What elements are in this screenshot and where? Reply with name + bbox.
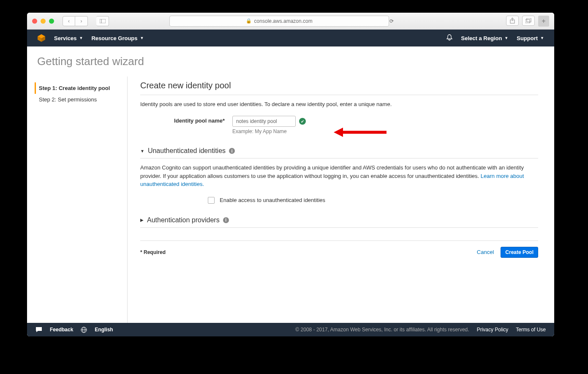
tabs-button[interactable] [522, 16, 535, 26]
globe-icon [81, 327, 87, 333]
pool-name-row: Identity pool name* ✔ [140, 116, 538, 127]
main-heading: Create new identity pool [140, 81, 538, 90]
caret-down-icon: ▼ [504, 36, 508, 40]
url-bar[interactable]: 🔒 console.aws.amazon.com ⟳ [169, 16, 389, 27]
new-tab-button[interactable]: + [538, 16, 549, 27]
auth-providers-header[interactable]: ▶ Authentication providers i [140, 216, 538, 224]
create-pool-button[interactable]: Create Pool [501, 247, 538, 258]
region-label: Select a Region [461, 35, 502, 41]
pool-name-input[interactable] [232, 116, 296, 127]
resource-groups-menu[interactable]: Resource Groups ▼ [91, 35, 144, 41]
privacy-link[interactable]: Privacy Policy [477, 327, 509, 333]
triangle-down-icon: ▼ [140, 149, 144, 153]
sidebar-toggle-group [96, 16, 109, 26]
enable-unauth-label: Enable access to unauthenticated identit… [220, 197, 325, 203]
browser-window: ‹ › 🔒 console.aws.amazon.com ⟳ + [27, 13, 554, 336]
titlebar-right: + [506, 16, 549, 27]
feedback-link[interactable]: Feedback [50, 327, 73, 333]
auth-providers-title: Authentication providers [147, 216, 220, 224]
svg-rect-0 [100, 19, 106, 23]
copyright-text: © 2008 - 2017, Amazon Web Services, Inc.… [295, 327, 469, 333]
svg-rect-4 [525, 19, 530, 23]
pool-name-example: Example: My App Name [232, 128, 538, 134]
caret-down-icon: ▼ [540, 36, 544, 40]
unauthenticated-section: ▼ Unauthenticated identities i Amazon Co… [140, 147, 538, 204]
sidebar-toggle-button[interactable] [96, 16, 109, 26]
main-panel: Create new identity pool Identity pools … [128, 76, 551, 323]
forward-button[interactable]: › [75, 16, 88, 26]
browser-titlebar: ‹ › 🔒 console.aws.amazon.com ⟳ + [27, 13, 554, 30]
wizard-step-1[interactable]: Step 1: Create identity pool [35, 82, 127, 94]
required-note: * Required [140, 249, 166, 255]
caret-down-icon: ▼ [79, 36, 83, 40]
window-controls [32, 19, 54, 24]
info-icon[interactable]: i [223, 217, 229, 223]
checkmark-icon: ✔ [299, 118, 306, 125]
unauth-body-text: Amazon Cognito can support unauthenticat… [140, 164, 524, 179]
reload-icon[interactable]: ⟳ [389, 18, 394, 24]
lock-icon: 🔒 [246, 18, 252, 24]
aws-topnav: Services ▼ Resource Groups ▼ Select a Re… [27, 30, 554, 46]
close-window-button[interactable] [32, 19, 37, 24]
cancel-button[interactable]: Cancel [477, 249, 494, 255]
auth-providers-section: ▶ Authentication providers i [140, 216, 538, 228]
divider [140, 95, 538, 95]
page-title: Getting started wizard [27, 46, 554, 76]
maximize-window-button[interactable] [49, 19, 54, 24]
notifications-icon[interactable] [446, 34, 453, 42]
url-text: console.aws.amazon.com [254, 18, 313, 24]
back-button[interactable]: ‹ [63, 16, 75, 26]
enable-unauth-row: Enable access to unauthenticated identit… [208, 197, 538, 204]
svg-rect-5 [527, 18, 531, 22]
resource-groups-label: Resource Groups [91, 35, 137, 41]
region-selector[interactable]: Select a Region ▼ [461, 35, 509, 41]
terms-link[interactable]: Terms of Use [516, 327, 546, 333]
speech-bubble-icon [35, 327, 42, 333]
services-label: Services [54, 35, 77, 41]
enable-unauth-checkbox[interactable] [208, 197, 215, 204]
support-label: Support [517, 35, 538, 41]
nav-buttons: ‹ › [63, 16, 88, 26]
services-menu[interactable]: Services ▼ [54, 35, 83, 41]
intro-text: Identity pools are used to store end use… [140, 101, 538, 107]
page-body: Step 1: Create identity pool Step 2: Set… [27, 76, 554, 323]
unauthenticated-header[interactable]: ▼ Unauthenticated identities i [140, 147, 538, 155]
unauthenticated-body: Amazon Cognito can support unauthenticat… [140, 158, 538, 204]
triangle-right-icon: ▶ [140, 218, 144, 222]
unauthenticated-title: Unauthenticated identities [148, 147, 226, 155]
footer-bar: Feedback English © 2008 - 2017, Amazon W… [27, 323, 554, 336]
caret-down-icon: ▼ [140, 36, 144, 40]
action-row: * Required Cancel Create Pool [140, 240, 538, 258]
info-icon[interactable]: i [229, 148, 235, 154]
support-menu[interactable]: Support ▼ [517, 35, 544, 41]
wizard-steps-sidebar: Step 1: Create identity pool Step 2: Set… [30, 76, 128, 323]
pool-name-label: Identity pool name* [140, 116, 225, 124]
aws-logo-icon[interactable] [37, 34, 46, 42]
minimize-window-button[interactable] [41, 19, 46, 24]
wizard-step-2[interactable]: Step 2: Set permissions [35, 94, 127, 105]
share-button[interactable] [506, 16, 519, 26]
language-selector[interactable]: English [95, 327, 113, 333]
